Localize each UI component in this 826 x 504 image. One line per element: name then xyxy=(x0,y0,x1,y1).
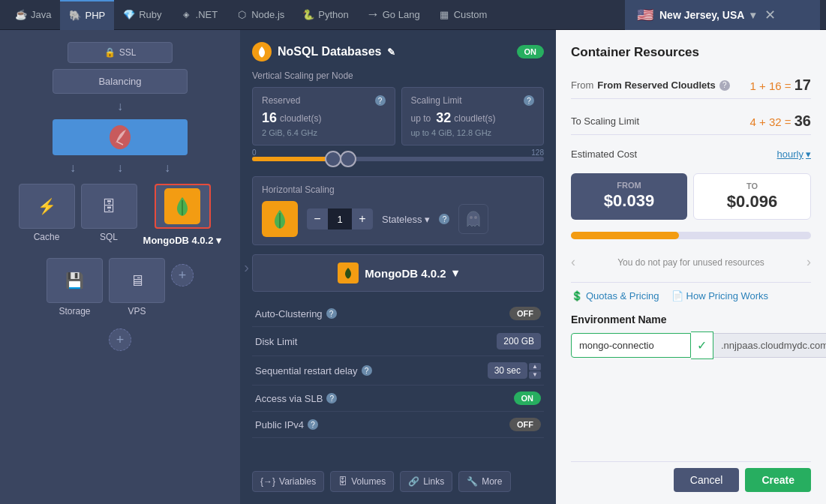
svg-point-4 xyxy=(470,216,473,219)
tab-net[interactable]: ◈ .NET xyxy=(171,0,227,30)
tab-nodejs[interactable]: ⬡ Node.js xyxy=(227,0,293,30)
ipv4-info[interactable]: ? xyxy=(308,419,318,430)
quotas-pricing-link[interactable]: 💲 Quotas & Pricing xyxy=(571,290,659,302)
storage-vps-row: 💾 Storage 🖥 VPS + xyxy=(47,258,194,316)
side-panel-toggle[interactable]: › xyxy=(244,259,249,276)
cancel-button[interactable]: Cancel xyxy=(674,468,740,492)
stateless-chevron-icon: ▾ xyxy=(425,214,430,225)
vps-node[interactable]: 🖥 xyxy=(109,258,165,303)
java-icon: ☕ xyxy=(15,9,27,21)
stepper-decrement[interactable]: − xyxy=(307,208,328,230)
env-domain: .nnjpaas.cloudmydc.com xyxy=(713,333,826,358)
links-button[interactable]: 🔗 Links xyxy=(400,471,452,492)
cache-node[interactable]: ⚡ xyxy=(19,184,75,229)
mongo-leaf-large-icon xyxy=(271,208,289,230)
env-name-label: Environment Name xyxy=(571,314,811,326)
vertical-scaling-section: Vertical Scaling per Node Reserved ? 16 … xyxy=(252,70,544,167)
nosql-toggle[interactable]: ON xyxy=(517,45,545,58)
scaling-slider[interactable]: 0 128 xyxy=(252,148,544,161)
variables-button[interactable]: {→} Variables xyxy=(252,471,324,492)
feather-node[interactable] xyxy=(53,119,188,155)
nodejs-icon: ⬡ xyxy=(236,9,248,21)
arrow-left-icon: ↓ xyxy=(70,161,76,175)
sql-node[interactable]: 🗄 xyxy=(81,184,137,229)
tab-java[interactable]: ☕ Java xyxy=(6,0,60,30)
seq-inc-button[interactable]: ▲ xyxy=(529,363,541,370)
region-selector[interactable]: 🇺🇸 New Jersey, USA ▾ xyxy=(637,7,755,23)
balancing-button[interactable]: Balancing xyxy=(53,69,188,94)
auto-cluster-toggle[interactable]: OFF xyxy=(509,307,541,320)
slider-handle-right[interactable] xyxy=(340,151,356,167)
slider-handle-left[interactable] xyxy=(325,151,341,167)
auto-cluster-info[interactable]: ? xyxy=(326,308,337,319)
wrench-icon: 🔧 xyxy=(467,476,478,487)
stepper-increment[interactable]: + xyxy=(352,208,373,230)
ipv4-row: Public IPv4 ? OFF xyxy=(252,412,544,438)
stateless-selector[interactable]: Stateless ▾ xyxy=(382,214,430,225)
mongodb-version-selector[interactable]: MongoDB 4.0.2 ▾ xyxy=(252,254,544,292)
sequential-restart-row: Sequential restart delay ? 30 sec ▲ ▼ xyxy=(252,356,544,386)
tab-php[interactable]: 🐘 PHP xyxy=(60,0,114,30)
bottom-toolbar: {→} Variables 🗄 Volumes 🔗 Links 🔧 More xyxy=(252,471,544,492)
add-more-button[interactable]: + xyxy=(109,328,131,351)
arrow-down-icon: ↓ xyxy=(117,100,123,113)
env-name-input[interactable] xyxy=(571,333,691,358)
reserved-info-icon[interactable]: ? xyxy=(375,95,386,106)
svg-point-5 xyxy=(474,216,477,219)
left-panel: 🔒 SSL Balancing ↓ ↓ ↓ ↓ xyxy=(0,30,240,504)
mongodb-label: MongoDB 4.0.2 ▾ xyxy=(143,235,222,246)
create-button[interactable]: Create xyxy=(745,468,811,492)
variables-icon: {→} xyxy=(260,476,275,487)
slb-row: Access via SLB ? ON xyxy=(252,386,544,412)
reserved-cloudlets-info[interactable]: ? xyxy=(719,80,730,91)
how-pricing-works-link[interactable]: 📄 How Pricing Works xyxy=(671,290,769,302)
links-icon: 🔗 xyxy=(408,476,419,487)
seq-restart-info[interactable]: ? xyxy=(362,365,372,376)
usage-bar xyxy=(571,232,811,239)
tab-bar: ☕ Java 🐘 PHP 💎 Ruby ◈ .NET ⬡ Node.js 🐍 P… xyxy=(0,0,826,30)
disk-limit-value[interactable]: 200 GB xyxy=(497,333,541,350)
hourly-chevron-icon: ▾ xyxy=(806,148,811,160)
cache-label: Cache xyxy=(34,232,60,242)
env-check-icon: ✓ xyxy=(691,332,713,359)
tab-custom[interactable]: ▦ Custom xyxy=(429,0,497,30)
slb-info[interactable]: ? xyxy=(326,393,337,404)
slb-toggle[interactable]: ON xyxy=(514,392,542,405)
estimated-cost-row: Estimated Cost hourly ▾ xyxy=(571,144,811,164)
golang-icon: → xyxy=(367,9,379,21)
seq-dec-button[interactable]: ▼ xyxy=(529,371,541,379)
to-price-card: TO $0.096 xyxy=(693,173,811,220)
tab-golang[interactable]: → Go Lang xyxy=(358,0,429,30)
volumes-button[interactable]: 🗄 Volumes xyxy=(330,471,394,492)
more-button[interactable]: 🔧 More xyxy=(458,471,510,492)
python-icon: 🐍 xyxy=(302,9,314,21)
chevron-down-icon: ▾ xyxy=(216,235,221,246)
seq-restart-value[interactable]: 30 sec xyxy=(488,362,527,379)
edit-icon[interactable]: ✎ xyxy=(387,46,395,58)
environment-name-section: Environment Name ✓ .nnjpaas.cloudmydc.co… xyxy=(571,314,811,359)
usage-fill xyxy=(571,232,679,239)
volumes-icon: 🗄 xyxy=(338,476,347,487)
nav-prev-icon[interactable]: ‹ xyxy=(571,254,575,270)
nav-next-icon[interactable]: › xyxy=(806,254,811,270)
add-node-button[interactable]: + xyxy=(171,264,194,286)
mongo-icon-box xyxy=(262,201,298,237)
sql-label: SQL xyxy=(100,232,118,242)
mongodb-node[interactable] xyxy=(155,184,211,229)
scaling-info-icon[interactable]: ? xyxy=(524,95,534,106)
ruby-icon: 💎 xyxy=(123,9,135,21)
tab-ruby[interactable]: 💎 Ruby xyxy=(114,0,170,30)
document-icon: 📄 xyxy=(671,290,683,302)
stateless-info-icon[interactable]: ? xyxy=(439,214,449,224)
ghost-node-icon xyxy=(458,204,488,234)
ipv4-toggle[interactable]: OFF xyxy=(509,418,541,431)
middle-panel: NoSQL Databases ✎ ON Vertical Scaling pe… xyxy=(240,30,556,504)
close-button[interactable]: ✕ xyxy=(764,7,776,23)
unused-resources-msg: ‹ You do not pay for unused resources › xyxy=(571,251,811,273)
storage-node[interactable]: 💾 xyxy=(47,258,103,303)
hourly-selector[interactable]: hourly ▾ xyxy=(777,148,811,160)
price-cards: FROM $0.039 TO $0.096 xyxy=(571,173,811,220)
tab-python[interactable]: 🐍 Python xyxy=(293,0,357,30)
custom-icon: ▦ xyxy=(438,9,450,21)
ssl-button[interactable]: 🔒 SSL xyxy=(68,42,173,63)
